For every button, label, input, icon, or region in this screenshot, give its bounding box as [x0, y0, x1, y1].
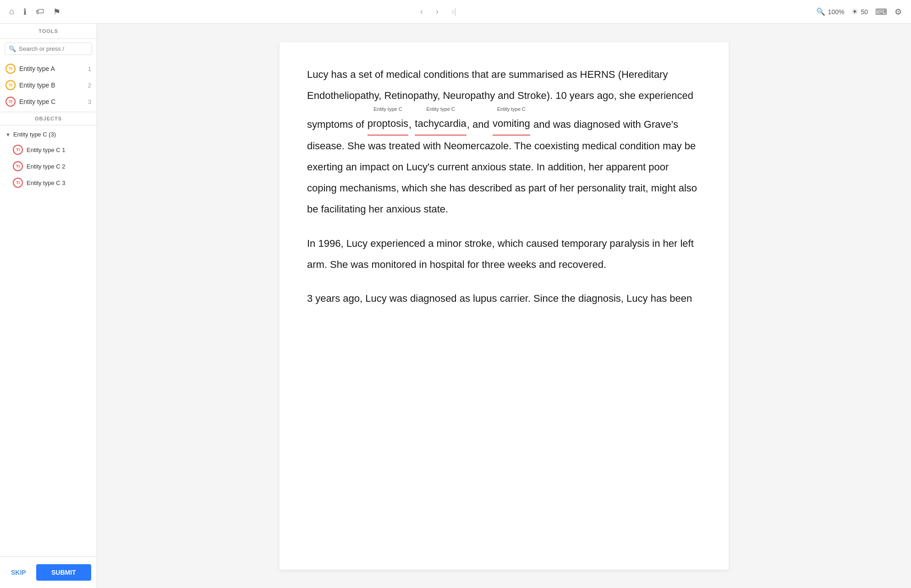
nav-next-button[interactable]: ›	[433, 5, 441, 18]
paragraph-2: In 1996, Lucy experienced a minor stroke…	[307, 233, 701, 275]
object-item-c1[interactable]: TI Entity type C 1	[0, 142, 97, 158]
object-label-c3: Entity type C 3	[27, 180, 66, 186]
search-input[interactable]	[19, 45, 88, 52]
zoom-level: 100%	[828, 8, 845, 16]
entity-left-c: TI Entity type C	[5, 97, 55, 107]
entity-left-b: TI Entity type B	[5, 80, 55, 90]
entity-count-b: 2	[88, 82, 91, 89]
object-item-c2[interactable]: TI Entity type C 2	[0, 158, 97, 174]
brightness-icon: ☀	[851, 7, 858, 16]
top-toolbar: ⌂ ℹ 🏷 ⚑ ‹ › ›| 🔍 100% ☀ 50 ⌨ ⚙	[0, 0, 911, 24]
sidebar-bottom: SKIP SUBMIT	[0, 556, 97, 588]
toolbar-center-nav: ‹ › ›|	[417, 5, 459, 18]
para3-text: 3 years ago, Lucy was diagnosed as lupus…	[307, 293, 692, 304]
objects-list: ▼ Entity type C (3) TI Entity type C 1 T…	[0, 125, 97, 193]
object-badge-c2: TI	[13, 161, 23, 171]
paragraph-3: 3 years ago, Lucy was diagnosed as lupus…	[307, 288, 701, 309]
entity-type-item-b[interactable]: TI Entity type B 2	[0, 77, 97, 93]
skip-button[interactable]: SKIP	[5, 564, 32, 581]
annotation-proptosis[interactable]: Entity type Cproptosis	[368, 106, 408, 135]
brightness-control: ☀ 50	[851, 7, 868, 16]
document-area: Lucy has a set of medical conditions tha…	[97, 24, 911, 588]
annotation-label-proptosis: Entity type C	[373, 106, 402, 112]
object-label-c1: Entity type C 1	[27, 147, 66, 153]
entity-type-item-a[interactable]: TI Entity type A 1	[0, 60, 97, 77]
home-icon[interactable]: ⌂	[9, 7, 14, 16]
entity-count-c: 3	[88, 98, 91, 105]
object-label-c2: Entity type C 2	[27, 163, 66, 170]
tools-section-title: TOOLS	[0, 24, 97, 39]
main-layout: TOOLS 🔍 TI Entity type A 1 TI Entity typ…	[0, 24, 911, 588]
nav-prev-button[interactable]: ‹	[417, 5, 426, 18]
brightness-value: 50	[861, 8, 868, 16]
annotation-tachycardia[interactable]: Entity type Ctachycardia	[415, 106, 466, 135]
zoom-control: 🔍 100%	[816, 7, 845, 16]
objects-group-header[interactable]: ▼ Entity type C (3)	[0, 127, 97, 142]
object-badge-c3: TI	[13, 178, 23, 188]
annotation-word-tachycardia: tachycardia	[415, 113, 466, 136]
annotation-word-vomiting: vomiting	[493, 113, 530, 136]
para1-sep2: , and	[467, 119, 492, 131]
chevron-down-icon: ▼	[5, 132, 11, 137]
entity-label-c: Entity type C	[19, 98, 55, 105]
entity-badge-b: TI	[5, 80, 16, 90]
entity-type-list: TI Entity type A 1 TI Entity type B 2 TI…	[0, 59, 97, 112]
toolbar-right-controls: 🔍 100% ☀ 50 ⌨ ⚙	[816, 7, 902, 17]
object-item-c3[interactable]: TI Entity type C 3	[0, 174, 97, 191]
annotation-label-vomiting: Entity type C	[497, 106, 526, 112]
document-text: Lucy has a set of medical conditions tha…	[307, 64, 701, 309]
entity-count-a: 1	[88, 65, 91, 72]
zoom-icon: 🔍	[816, 7, 825, 16]
objects-group-label: Entity type C (3)	[13, 131, 56, 138]
para2-text: In 1996, Lucy experienced a minor stroke…	[307, 238, 694, 270]
entity-badge-c: TI	[5, 97, 16, 107]
object-badge-c1: TI	[13, 145, 23, 155]
flag-icon[interactable]: ⚑	[53, 7, 60, 17]
info-icon[interactable]: ℹ	[23, 7, 27, 17]
nav-last-button[interactable]: ›|	[449, 5, 459, 18]
paragraph-1: Lucy has a set of medical conditions tha…	[307, 64, 701, 220]
submit-button[interactable]: SUBMIT	[36, 564, 91, 581]
keyboard-icon[interactable]: ⌨	[875, 7, 887, 17]
entity-label-a: Entity type A	[19, 65, 55, 72]
para1-sep1: ,	[409, 119, 414, 131]
search-box[interactable]: 🔍	[5, 43, 92, 55]
search-icon: 🔍	[9, 45, 16, 52]
annotation-vomiting[interactable]: Entity type Cvomiting	[493, 106, 530, 135]
tag-icon[interactable]: 🏷	[36, 7, 44, 16]
document-page: Lucy has a set of medical conditions tha…	[280, 42, 729, 570]
sidebar: TOOLS 🔍 TI Entity type A 1 TI Entity typ…	[0, 24, 97, 588]
entity-type-item-c[interactable]: TI Entity type C 3	[0, 93, 97, 110]
toolbar-left-icons: ⌂ ℹ 🏷 ⚑	[9, 7, 60, 17]
entity-label-b: Entity type B	[19, 82, 55, 89]
annotation-label-tachycardia: Entity type C	[426, 106, 455, 112]
objects-section-title: OBJECTS	[0, 112, 97, 125]
entity-badge-a: TI	[5, 64, 16, 74]
settings-icon[interactable]: ⚙	[895, 7, 902, 17]
entity-left-a: TI Entity type A	[5, 64, 55, 74]
annotation-word-proptosis: proptosis	[368, 113, 408, 136]
